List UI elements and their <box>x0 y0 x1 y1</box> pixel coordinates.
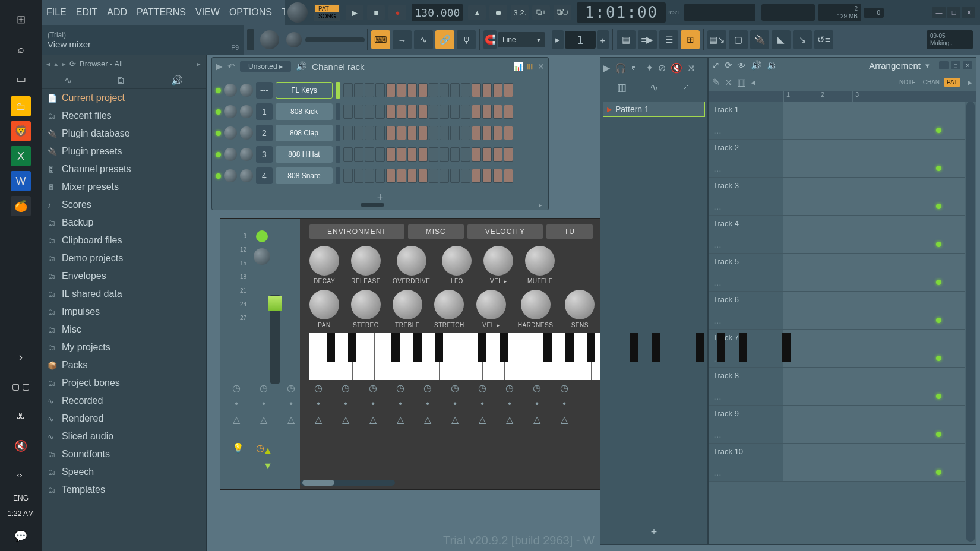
plugin-knob[interactable]: STRETCH <box>434 290 464 328</box>
channel-mixer-route[interactable]: 3 <box>256 146 273 163</box>
taskbar-app-excel[interactable]: X <box>11 146 31 166</box>
browser-item[interactable]: 🎚Mixer presets <box>42 178 206 196</box>
track-lane[interactable] <box>783 292 965 329</box>
playlist-window[interactable]: ⤢ ⟳ 👁 🔊 🔉 Arrangement ▾ — □ ✕ ✎ ⤭ ▥ ◂ <box>708 57 976 545</box>
mixer-slot[interactable]: ◷•△ <box>533 382 541 425</box>
track-lane[interactable] <box>783 368 965 405</box>
plugin-knob[interactable]: MUFFLE <box>525 246 555 284</box>
track-lane[interactable] <box>783 178 965 215</box>
browser-item[interactable]: ∿Sliced audio <box>42 428 206 445</box>
step-button[interactable] <box>354 83 363 97</box>
picker-shuffle-icon[interactable]: ⤭ <box>687 62 695 74</box>
step-button[interactable] <box>343 147 353 162</box>
mixer-slot[interactable]: ◷•△ <box>451 382 459 425</box>
snap-select[interactable]: Line▾ <box>498 32 545 48</box>
master-pitch-knob[interactable] <box>260 30 279 49</box>
step-button[interactable] <box>375 147 385 162</box>
taskbar-app-explorer[interactable]: 🗀 <box>11 96 31 116</box>
step-button[interactable] <box>440 147 449 162</box>
browser-item[interactable]: ∿Rendered <box>42 410 206 428</box>
channel-vol-knob[interactable] <box>240 148 253 161</box>
menu-add[interactable]: ADD <box>102 7 132 18</box>
taskbar-lang[interactable]: ENG <box>13 494 29 502</box>
track-led[interactable] <box>936 356 941 361</box>
channel-name-button[interactable]: 808 Kick <box>276 103 333 120</box>
mixer-slot[interactable]: ◷•△ <box>314 382 323 425</box>
bar-number[interactable]: 1 <box>783 91 818 102</box>
picker-mode-wave-icon[interactable]: ∿ <box>650 81 658 94</box>
step-button[interactable] <box>472 147 481 162</box>
step-button[interactable] <box>397 126 406 140</box>
step-button[interactable] <box>386 83 396 97</box>
track-header[interactable]: Track 10… <box>709 444 783 481</box>
track-menu-icon[interactable]: … <box>713 316 779 325</box>
channel-vol-knob[interactable] <box>240 126 253 140</box>
plugin-knob[interactable]: HARDNESS <box>518 290 554 328</box>
step-button[interactable] <box>375 169 385 183</box>
step-button[interactable] <box>397 83 406 97</box>
bulb-icon[interactable]: 💡 <box>232 442 244 454</box>
taskbar-tray-1[interactable]: ▢ ▢ <box>7 374 34 399</box>
pl-sync-icon[interactable]: ⟳ <box>725 60 732 71</box>
step-button[interactable] <box>493 104 502 119</box>
plugin-knob[interactable]: OVERDRIVE <box>393 246 430 284</box>
channel-mute-led[interactable] <box>216 173 221 179</box>
playlist-track[interactable]: Track 10… <box>709 444 965 482</box>
piano-black-key[interactable] <box>543 332 552 362</box>
piano-black-key[interactable] <box>500 332 508 362</box>
step-button[interactable] <box>407 169 417 183</box>
browser-item[interactable]: ♪Scores <box>42 196 206 214</box>
browser-up-icon[interactable]: ▴ <box>54 59 58 68</box>
plugin-tab[interactable]: MISC <box>408 224 464 239</box>
pattern-prev-button[interactable]: ▸ <box>552 30 564 49</box>
step-edit-button[interactable]: → <box>393 30 412 49</box>
tempo-display[interactable]: 130.000 <box>412 4 463 21</box>
pl-close-button[interactable]: ✕ <box>963 61 972 69</box>
channel-mixer-route[interactable]: 1 <box>256 103 273 120</box>
stop-button[interactable]: ■ <box>367 5 385 20</box>
channel-pan-knob[interactable] <box>254 248 270 265</box>
track-menu-icon[interactable]: … <box>713 468 779 477</box>
step-button[interactable] <box>461 104 470 119</box>
channel-mixer-route[interactable]: 4 <box>256 167 273 184</box>
channel-pan-knob[interactable] <box>224 126 237 140</box>
pattern-add-button[interactable]: + <box>597 30 609 49</box>
track-header[interactable]: Track 2… <box>709 140 783 177</box>
track-led[interactable] <box>936 394 941 399</box>
browser-item[interactable]: 🗂Impulses <box>42 303 206 321</box>
step-button[interactable] <box>418 147 428 162</box>
step-button[interactable] <box>407 126 417 140</box>
wait-input-button[interactable]: ⏺ <box>489 5 507 20</box>
mixer-slot[interactable]: ◷•△ <box>505 382 514 425</box>
playlist-vscrollbar[interactable] <box>966 102 975 542</box>
piano-white-key[interactable] <box>309 332 331 380</box>
pl-tab-note[interactable]: NOTE <box>896 78 919 87</box>
plugin-picker-button[interactable]: 🔌 <box>750 30 769 49</box>
mixer-slot[interactable]: ◷•△ <box>287 382 295 425</box>
track-menu-icon[interactable]: … <box>713 430 779 439</box>
playlist-track[interactable]: Track 2… <box>709 140 965 178</box>
step-button[interactable] <box>461 147 470 162</box>
taskbar-app-brave[interactable]: 🦁 <box>11 121 31 141</box>
taskbar-clock[interactable]: 1:22 AM <box>8 509 34 518</box>
pl-speaker2-icon[interactable]: 🔉 <box>767 60 778 71</box>
step-button[interactable] <box>375 83 385 97</box>
record-button[interactable]: ● <box>388 5 406 20</box>
step-button[interactable] <box>450 126 460 140</box>
window-max-button[interactable]: □ <box>947 7 960 18</box>
browser-item[interactable]: 🗂Demo projects <box>42 249 206 267</box>
rack-steps-icon[interactable]: ⦀⦀ <box>527 62 534 72</box>
track-lane[interactable] <box>783 330 965 367</box>
piano-black-key[interactable] <box>478 332 486 362</box>
browser-item[interactable]: 🗂Speech <box>42 463 206 481</box>
piano-white-key[interactable] <box>375 332 397 380</box>
track-led[interactable] <box>936 242 941 247</box>
plugin-knob[interactable]: VEL ▸ <box>476 290 506 328</box>
track-lane[interactable] <box>783 254 965 291</box>
taskbar-app-word[interactable]: W <box>11 171 31 191</box>
playlist-menu-icon[interactable]: ▾ <box>925 61 930 70</box>
picker-panel[interactable]: ▶ 🎧 🏷 ✦ ⊘ 🔇 ⤭ ▥ ∿ ⟋ ▶ Pattern 1 + <box>600 57 708 545</box>
pl-tab-pat[interactable]: PAT <box>944 78 960 87</box>
track-lane[interactable] <box>783 216 965 253</box>
pattern-number-display[interactable]: 1 <box>565 31 596 49</box>
